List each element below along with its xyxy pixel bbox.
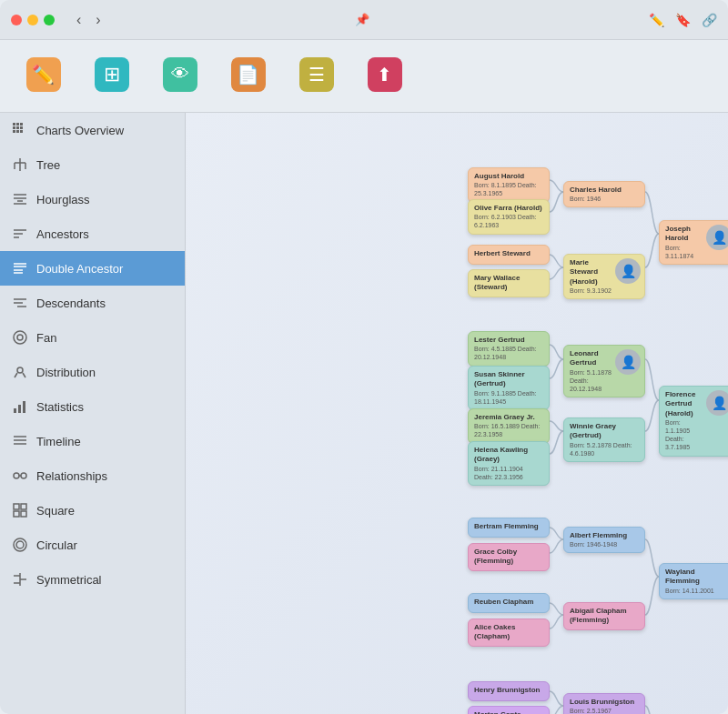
sidebar-item-charts-overview[interactable]: Charts Overview <box>0 113 185 147</box>
share-icon[interactable]: 🔗 <box>702 13 717 27</box>
toolbar-reports[interactable]: 📄 <box>223 57 273 96</box>
grace-colby-name: Grace Colby (Flemming) <box>474 548 543 567</box>
sidebar-item-statistics[interactable]: Statistics <box>0 389 185 424</box>
sidebar-item-timeline[interactable]: Timeline <box>0 424 185 458</box>
person-card-abigail-clapham[interactable]: Abigail Clapham (Flemming) <box>563 602 645 630</box>
toolbar-views[interactable]: 👁 <box>155 57 205 96</box>
svg-rect-3 <box>13 126 15 129</box>
sidebar-item-fan[interactable]: Fan <box>0 320 185 355</box>
person-card-leonard-gertrud[interactable]: Leonard GertrudBorn: 5.1.1878 Death: 20.… <box>563 345 645 397</box>
joseph-harold-photo: 👤 <box>706 225 728 250</box>
person-card-henry-brunnigston[interactable]: Henry Brunnigston <box>468 681 550 701</box>
nav-back-button[interactable]: ‹ <box>73 10 85 30</box>
sidebar-item-symmetrical[interactable]: Symmetrical <box>0 562 185 597</box>
main-layout: Charts OverviewTreeHourglassAncestorsDou… <box>0 113 728 714</box>
person-card-jeremia-graey[interactable]: Jeremia Graey Jr.Born: 16.5.1889 Death: … <box>468 408 550 444</box>
person-card-bertram-flemming[interactable]: Bertram Flemming <box>468 518 550 538</box>
svg-point-46 <box>16 541 24 548</box>
svg-rect-41 <box>14 504 19 509</box>
hourglass-label: Hourglass <box>36 193 90 206</box>
descendants-icon <box>11 294 29 312</box>
person-card-susan-skinner[interactable]: Susan Skinner (Gertrud)Born: 9.1.1885 De… <box>468 366 550 410</box>
person-card-mary-wallace[interactable]: Mary Wallace (Steward) <box>468 269 550 297</box>
svg-point-29 <box>17 367 23 373</box>
wayland-flemming-name: Wayland Flemming <box>665 568 728 587</box>
bookmark-icon[interactable]: 🔖 <box>675 13 691 27</box>
person-card-olive-farra[interactable]: Olive Farra (Harold)Born: 6.2.1903 Death… <box>468 199 550 235</box>
toolbar-edit[interactable]: ✏️ <box>18 57 68 96</box>
toolbar-charts[interactable]: ⊞ <box>86 57 136 96</box>
titlebar: ‹ › ✏️ 🔖 🔗 📌 <box>0 0 728 40</box>
svg-rect-34 <box>23 401 25 413</box>
person-card-helena-kawling[interactable]: Helena Kawling (Graey)Born: 21.11.1904 D… <box>468 441 550 486</box>
winnie-graey-name: Winnie Graey (Gertrud) <box>570 422 639 441</box>
helena-kawling-name: Helena Kawling (Graey) <box>474 446 543 465</box>
svg-rect-8 <box>20 130 23 133</box>
sidebar-item-distribution[interactable]: Distribution <box>0 355 185 389</box>
minimize-button[interactable] <box>27 15 38 25</box>
albert-flemming-detail: Born: 1946-1948 <box>570 540 639 548</box>
abigail-clapham-name: Abigail Clapham (Flemming) <box>570 607 639 626</box>
svg-point-38 <box>14 473 19 478</box>
descendants-label: Descendants <box>36 297 106 310</box>
ancestors-label: Ancestors <box>36 227 89 241</box>
person-card-charles-harold[interactable]: Charles HaroldBorn: 1946 <box>563 181 645 207</box>
svg-rect-0 <box>13 123 15 126</box>
wayland-flemming-detail: Born: 14.11.2001 <box>665 587 728 595</box>
person-card-winnie-graey[interactable]: Winnie Graey (Gertrud)Born: 5.2.1878 Dea… <box>563 417 645 462</box>
person-card-grace-colby[interactable]: Grace Colby (Flemming) <box>468 543 550 571</box>
lester-gertrud-name: Lester Gertrud <box>474 336 543 345</box>
symmetrical-label: Symmetrical <box>36 573 102 587</box>
person-card-reuben-clapham[interactable]: Reuben Clapham <box>468 593 550 613</box>
distribution-label: Distribution <box>36 366 96 379</box>
sidebar-item-square[interactable]: Square <box>0 493 185 528</box>
person-card-aug-harold[interactable]: August HaroldBorn: 8.1.1895 Death: 25.3.… <box>468 167 550 203</box>
sidebar-item-double-ancestor[interactable]: Double Ancestor <box>0 251 185 286</box>
person-card-lester-gertrud[interactable]: Lester GertrudBorn: 4.5.1885 Death: 20.1… <box>468 331 550 367</box>
svg-rect-43 <box>14 511 19 517</box>
sidebar-item-relationships[interactable]: Relationships <box>0 458 185 493</box>
marie-steward-detail: Born: 9.3.1902 <box>570 287 613 295</box>
sidebar-item-ancestors[interactable]: Ancestors <box>0 216 185 251</box>
titlebar-action-icons: ✏️ 🔖 🔗 <box>649 13 717 27</box>
alice-oakes-name: Alice Oakes (Clapham) <box>474 623 543 642</box>
toolbar-publish[interactable]: ⬆ <box>359 57 410 96</box>
statistics-icon <box>11 397 29 416</box>
pencil-icon[interactable]: ✏️ <box>649 13 664 27</box>
publish-icon: ⬆ <box>368 57 402 92</box>
sidebar-item-circular[interactable]: Circular <box>0 528 185 562</box>
sidebar-item-descendants[interactable]: Descendants <box>0 286 185 320</box>
person-card-louis-brunnigston[interactable]: Louis BrunnigstonBorn: 2.5.1967 <box>563 693 645 714</box>
svg-point-28 <box>17 335 23 340</box>
person-card-florence-gertrud[interactable]: Florence Gertrud (Harold)Born: 1.1.1905 … <box>659 386 728 457</box>
aug-harold-detail: Born: 8.1.1895 Death: 25.3.1965 <box>474 181 543 197</box>
circular-label: Circular <box>36 538 77 552</box>
reports-icon: 📄 <box>231 57 266 92</box>
lester-gertrud-detail: Born: 4.5.1885 Death: 20.12.1948 <box>474 345 543 361</box>
svg-rect-7 <box>16 130 19 133</box>
svg-rect-32 <box>14 408 16 413</box>
sidebar: Charts OverviewTreeHourglassAncestorsDou… <box>0 113 186 714</box>
svg-rect-5 <box>20 126 23 129</box>
jeremia-graey-name: Jeremia Graey Jr. <box>474 413 543 422</box>
toolbar: ✏️ ⊞ 👁 📄 ☰ ⬆ <box>0 40 728 113</box>
person-card-marie-steward[interactable]: Marie Steward (Harold)Born: 9.3.1902👤 <box>563 254 645 299</box>
svg-rect-44 <box>21 511 26 517</box>
person-card-joseph-harold[interactable]: Joseph HaroldBorn: 3.11.1874👤 <box>659 220 728 265</box>
person-card-alice-oakes[interactable]: Alice Oakes (Clapham) <box>468 618 550 647</box>
toolbar-lists[interactable]: ☰ <box>291 57 341 96</box>
sidebar-item-tree[interactable]: Tree <box>0 147 185 182</box>
person-card-wayland-flemming[interactable]: Wayland FlemmingBorn: 14.11.2001 <box>659 563 728 599</box>
close-button[interactable] <box>11 15 22 25</box>
chart-area[interactable]: August HaroldBorn: 8.1.1895 Death: 25.3.… <box>186 113 728 714</box>
person-card-morten-conte[interactable]: Morten Conte (Brunnigston) <box>468 706 550 714</box>
albert-flemming-name: Albert Flemming <box>570 531 639 540</box>
person-card-herbert-steward[interactable]: Herbert Steward <box>468 245 550 265</box>
jeremia-graey-detail: Born: 16.5.1889 Death: 22.3.1958 <box>474 422 543 438</box>
distribution-icon <box>11 363 29 381</box>
sidebar-item-hourglass[interactable]: Hourglass <box>0 182 185 216</box>
nav-forward-button[interactable]: › <box>92 10 104 30</box>
person-card-albert-flemming[interactable]: Albert FlemmingBorn: 1946-1948 <box>563 527 645 553</box>
fullscreen-button[interactable] <box>44 15 55 25</box>
charts-overview-label: Charts Overview <box>36 124 124 137</box>
